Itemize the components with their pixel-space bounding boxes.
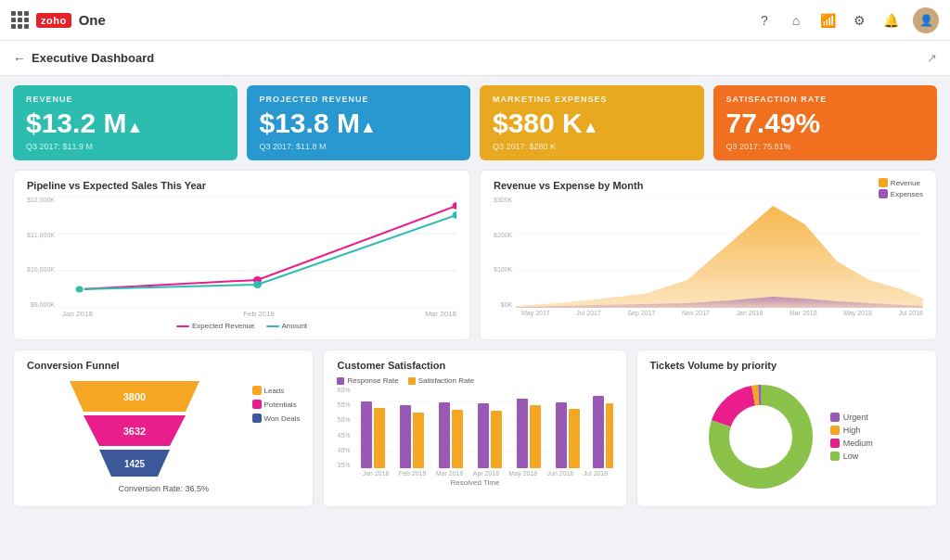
pipeline-x-labels: Jan 2018Feb 2018Mar 2018: [27, 310, 456, 318]
kpi-row: REVENUE $13.2 M▲ Q3 2017: $11.9 M PROJEC…: [13, 85, 937, 160]
svg-rect-38: [593, 396, 604, 468]
zoho-logo: zoho: [36, 13, 71, 28]
donut-area: Urgent High Medium Low: [650, 376, 924, 497]
nav-brand: zoho One: [11, 11, 106, 29]
conversion-funnel-title: Conversion Funnel: [27, 360, 300, 371]
back-button[interactable]: ←: [13, 51, 26, 66]
kpi-revenue-value: $13.2 M▲: [26, 108, 225, 138]
kpi-projected: PROJECTED REVENUE $13.8 M▲ Q3 2017: $11.…: [247, 85, 471, 160]
external-link-icon[interactable]: ↗: [927, 51, 937, 65]
svg-rect-36: [556, 402, 567, 468]
satisfaction-legend: Response Rate Satisfaction Rate: [337, 376, 612, 385]
satisfaction-x-title: Resolved Time: [337, 478, 612, 487]
sub-nav-left: ← Executive Dashboard: [13, 51, 154, 66]
app-name: One: [79, 12, 106, 28]
grid-icon[interactable]: [11, 11, 29, 29]
kpi-revenue-label: REVENUE: [26, 95, 225, 104]
conversion-rate: Conversion Rate: 36.5%: [27, 484, 300, 493]
pipeline-svg: [58, 197, 456, 308]
signal-icon[interactable]: 📶: [818, 11, 837, 30]
charts-row2: Conversion Funnel 3800 3632 1425: [13, 350, 937, 507]
satisfaction-x-labels: Jan 2018Feb 2018Mar 2018Apr 2018May 2018…: [337, 470, 612, 477]
pipeline-legend: Expected Revenue Amount: [27, 322, 456, 330]
kpi-satisfaction-label: SATISFACTION RATE: [726, 95, 925, 104]
svg-rect-39: [606, 403, 613, 468]
svg-rect-37: [569, 409, 580, 468]
page-title: Executive Dashboard: [32, 51, 154, 65]
pipeline-chart-body: $12,000K $11,000K $10,000K $9,000K: [27, 197, 456, 308]
funnel-body: 3800 3632 1425 Leads: [27, 376, 300, 478]
svg-rect-30: [439, 402, 450, 468]
svg-rect-28: [400, 405, 411, 468]
kpi-marketing: MARKETING EXPENSES $380 K▲ Q3 2017: $280…: [480, 85, 704, 160]
kpi-marketing-prev: Q3 2017: $280 K: [493, 142, 691, 151]
kpi-satisfaction-value: 77.49%: [726, 108, 925, 138]
svg-rect-35: [530, 405, 541, 468]
legend-amount: Amount: [266, 322, 308, 330]
satisfaction-svg: [353, 385, 613, 468]
settings-icon[interactable]: ⚙: [850, 11, 868, 30]
sub-nav: ← Executive Dashboard ↗: [0, 41, 950, 76]
svg-text:1425: 1425: [124, 459, 146, 469]
kpi-marketing-value: $380 K▲: [493, 108, 691, 138]
area-chart-body: $300K$200K$100K$0K: [494, 197, 923, 308]
legend-sat-rate: Satisfaction Rate: [408, 376, 474, 385]
svg-rect-33: [491, 411, 502, 468]
legend-revenue: Revenue: [879, 178, 923, 187]
tickets-volume-title: Tickets Volume by priority: [650, 360, 924, 371]
funnel-svg: 3800 3632 1425: [60, 376, 209, 478]
dashboard: REVENUE $13.2 M▲ Q3 2017: $11.9 M PROJEC…: [0, 76, 950, 560]
donut-svg: [700, 376, 821, 497]
kpi-projected-label: PROJECTED REVENUE: [260, 95, 458, 104]
funnel-segments: 3800 3632 1425: [27, 376, 243, 478]
legend-low: Low: [830, 452, 873, 461]
legend-high: High: [830, 426, 873, 435]
kpi-satisfaction-prev: Q3 2017: 75.81%: [726, 142, 925, 151]
area-legend: Revenue Expenses: [879, 178, 923, 198]
legend-urgent: Urgent: [830, 413, 873, 422]
revenue-expense-card: Revenue vs Expense by Month Revenue Expe…: [480, 170, 937, 340]
kpi-satisfaction: SATISFACTION RATE 77.49% Q3 2017: 75.81%: [713, 85, 938, 160]
svg-rect-27: [374, 408, 385, 468]
kpi-revenue: REVENUE $13.2 M▲ Q3 2017: $11.9 M: [13, 85, 238, 160]
legend-response: Response Rate: [337, 376, 398, 385]
nav-icons: ? ⌂ 📶 ⚙ 🔔 👤: [755, 7, 939, 33]
kpi-marketing-label: MARKETING EXPENSES: [493, 95, 691, 104]
charts-row1: Pipeline vs Expected Sales This Year $12…: [13, 170, 937, 340]
legend-expenses: Expenses: [879, 189, 923, 198]
pipeline-chart-title: Pipeline vs Expected Sales This Year: [27, 180, 456, 191]
pipeline-y-labels: $12,000K $11,000K $10,000K $9,000K: [27, 197, 58, 308]
svg-point-44: [730, 406, 791, 467]
legend-potentials: Potentials: [252, 400, 301, 409]
customer-satisfaction-card: Customer Satisfaction Response Rate Sati…: [323, 350, 626, 507]
funnel-legend: Leads Potentials Won Deals: [252, 376, 301, 423]
donut-legend: Urgent High Medium Low: [830, 413, 873, 461]
kpi-projected-prev: Q3 2017: $11.8 M: [260, 142, 458, 151]
top-nav: zoho One ? ⌂ 📶 ⚙ 🔔 👤: [0, 0, 950, 41]
pipeline-chart-card: Pipeline vs Expected Sales This Year $12…: [13, 170, 470, 340]
legend-medium: Medium: [830, 439, 873, 448]
bell-icon[interactable]: 🔔: [881, 11, 900, 30]
satisfaction-chart-body: 60%55%50%45%40%35%: [337, 385, 612, 468]
tickets-volume-card: Tickets Volume by priority: [636, 350, 938, 507]
svg-text:3632: 3632: [123, 426, 146, 437]
svg-point-8: [253, 281, 262, 288]
svg-text:3800: 3800: [123, 391, 146, 402]
revenue-expense-title: Revenue vs Expense by Month: [494, 180, 923, 191]
conversion-funnel-card: Conversion Funnel 3800 3632 1425: [13, 350, 314, 507]
svg-rect-31: [452, 410, 463, 468]
svg-point-9: [452, 211, 456, 219]
legend-leads: Leads: [252, 386, 301, 395]
legend-won-deals: Won Deals: [252, 414, 301, 423]
area-x-labels: May 2017Jul 2017Sep 2017Nov 2017Jan 2018…: [494, 310, 923, 316]
legend-expected: Expected Revenue: [176, 322, 255, 330]
area-svg: [516, 197, 923, 308]
kpi-projected-value: $13.8 M▲: [260, 108, 458, 138]
home-icon[interactable]: ⌂: [787, 11, 805, 30]
svg-rect-34: [517, 399, 528, 468]
svg-rect-32: [478, 403, 489, 468]
help-icon[interactable]: ?: [755, 11, 774, 30]
svg-rect-26: [361, 401, 372, 468]
svg-point-7: [75, 286, 83, 293]
avatar[interactable]: 👤: [913, 7, 939, 33]
